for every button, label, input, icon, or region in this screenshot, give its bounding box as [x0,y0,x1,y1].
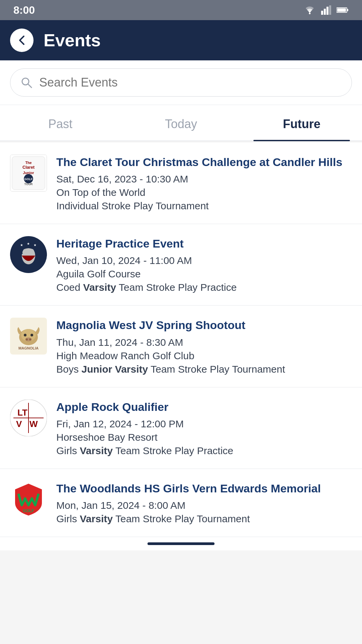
event-title: The Woodlands HS Girls Vern Edwards Memo… [56,481,352,496]
lt-logo-svg: LT V W [10,399,47,436]
back-arrow-icon [16,34,28,46]
event-location: On Top of the World [56,187,352,198]
event-type: Girls Varsity Team Stroke Play Practice [56,445,352,457]
svg-rect-6 [347,9,348,11]
event-title: The Claret Tour Christmas Challenge at C… [56,155,352,169]
status-time: 8:00 [13,4,35,16]
svg-text:★: ★ [20,243,23,247]
event-title: Apple Rock Qualifier [56,399,352,414]
list-item[interactable]: GOLF The Woodlands HS Girls Vern Edwards… [0,469,362,537]
event-type: Girls Varsity Team Stroke Play Tournamen… [56,513,352,525]
search-input[interactable] [39,75,342,90]
svg-text:LT: LT [17,408,27,418]
svg-text:The: The [25,161,32,165]
heritage-logo-svg: ★ ★ ★ [10,236,47,273]
event-type: Coed Varsity Team Stroke Play Practice [56,282,352,293]
app-header: Events [0,20,362,60]
svg-text:TOUR: TOUR [24,182,33,186]
svg-rect-7 [337,8,346,12]
svg-rect-4 [329,5,331,15]
svg-rect-2 [324,9,326,15]
event-location: High Meadow Ranch Golf Club [56,350,352,362]
tabs-container: Past Today Future [0,105,362,141]
event-date: Mon, Jan 15, 2024 - 8:00 AM [56,500,352,511]
svg-point-0 [309,13,311,14]
svg-rect-3 [326,7,328,15]
svg-point-29 [26,338,28,340]
event-date: Wed, Jan 10, 2024 - 11:00 AM [56,255,352,266]
event-type: Boys Junior Varsity Team Stroke Play Tou… [56,364,352,375]
page-title: Events [44,30,101,50]
svg-text:MAGNOLIA: MAGNOLIA [18,346,39,350]
event-logo: The Claret Junior GOLF TOUR [10,155,47,192]
event-info: Apple Rock Qualifier Fri, Jan 12, 2024 -… [56,399,352,457]
claret-logo-svg: The Claret Junior GOLF TOUR [10,155,47,192]
svg-text:★: ★ [34,243,37,247]
list-item[interactable]: ★ ★ ★ Heritage Practice Event Wed, Jan 1… [0,224,362,306]
tab-past[interactable]: Past [0,105,121,141]
status-bar: 8:00 [0,0,362,20]
svg-point-30 [29,338,31,340]
event-type: Individual Stroke Play Tournament [56,200,352,212]
event-logo: MAGNOLIA [10,318,47,355]
tab-future[interactable]: Future [241,105,362,141]
list-item[interactable]: LT V W Apple Rock Qualifier Fri, Jan 12,… [0,387,362,469]
event-info: Heritage Practice Event Wed, Jan 10, 202… [56,236,352,293]
event-location: Horseshoe Bay Resort [56,432,352,443]
event-info: The Claret Tour Christmas Challenge at C… [56,155,352,212]
search-container [0,60,362,105]
svg-text:GOLF: GOLF [24,177,33,181]
event-title: Magnolia West JV Spring Shootout [56,318,352,332]
svg-text:W: W [29,419,38,429]
tab-today[interactable]: Today [121,105,241,141]
event-logo: LT V W [10,399,47,436]
battery-icon [337,7,349,13]
svg-text:Claret: Claret [22,165,35,170]
list-item[interactable]: MAGNOLIA Magnolia West JV Spring Shootou… [0,306,362,387]
event-logo: ★ ★ ★ [10,236,47,273]
home-indicator [0,537,362,550]
svg-rect-1 [321,11,323,15]
event-title: Heritage Practice Event [56,236,352,251]
event-date: Thu, Jan 11, 2024 - 8:30 AM [56,337,352,348]
svg-point-27 [31,334,33,336]
svg-line-9 [28,84,32,88]
status-icons [304,5,349,15]
event-info: The Woodlands HS Girls Vern Edwards Memo… [56,481,352,525]
list-item[interactable]: The Claret Junior GOLF TOUR The Claret T… [0,143,362,224]
svg-text:V: V [16,419,22,429]
event-date: Fri, Jan 12, 2024 - 12:00 PM [56,418,352,430]
event-date: Sat, Dec 16, 2023 - 10:30 AM [56,173,352,185]
svg-point-26 [24,334,26,336]
search-bar[interactable] [10,68,352,97]
events-list: The Claret Junior GOLF TOUR The Claret T… [0,143,362,537]
event-logo: GOLF [10,481,47,518]
woodlands-logo-svg: GOLF [10,481,47,518]
signal-icon [321,5,331,15]
home-bar [147,542,215,545]
search-icon [20,76,33,89]
event-location: Aguila Golf Course [56,268,352,280]
back-button[interactable] [10,29,34,52]
wifi-icon [304,5,316,15]
magnolia-logo-svg: MAGNOLIA [10,318,47,355]
svg-text:GOLF: GOLF [23,508,34,513]
event-info: Magnolia West JV Spring Shootout Thu, Ja… [56,318,352,375]
